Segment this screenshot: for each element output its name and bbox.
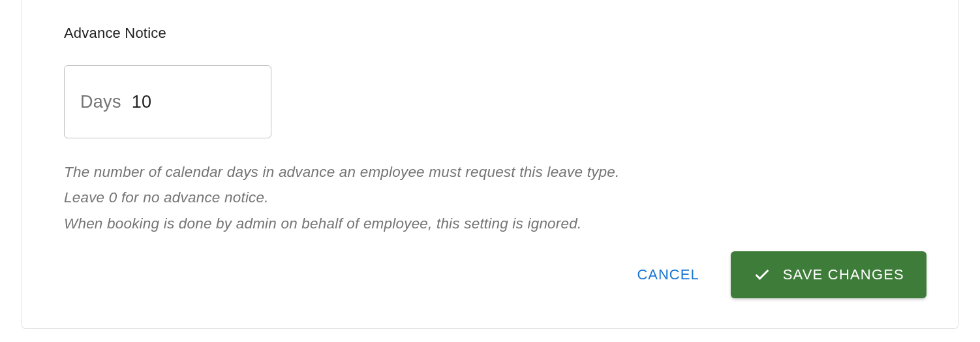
days-input-wrapper[interactable]: Days (64, 65, 271, 138)
cancel-button[interactable]: CANCEL (637, 258, 699, 291)
help-text: The number of calendar days in advance a… (64, 159, 916, 236)
save-button-label: SAVE CHANGES (783, 266, 904, 283)
help-line-1: The number of calendar days in advance a… (64, 159, 916, 185)
input-prefix: Days (80, 92, 121, 112)
check-icon (753, 266, 771, 284)
days-input[interactable] (132, 92, 197, 112)
save-button[interactable]: SAVE CHANGES (731, 251, 926, 298)
help-line-2: Leave 0 for no advance notice. (64, 185, 916, 210)
field-label: Advance Notice (64, 0, 916, 42)
settings-card: Advance Notice Days The number of calend… (22, 0, 958, 329)
action-bar: CANCEL SAVE CHANGES (637, 251, 926, 298)
help-line-3: When booking is done by admin on behalf … (64, 211, 916, 236)
